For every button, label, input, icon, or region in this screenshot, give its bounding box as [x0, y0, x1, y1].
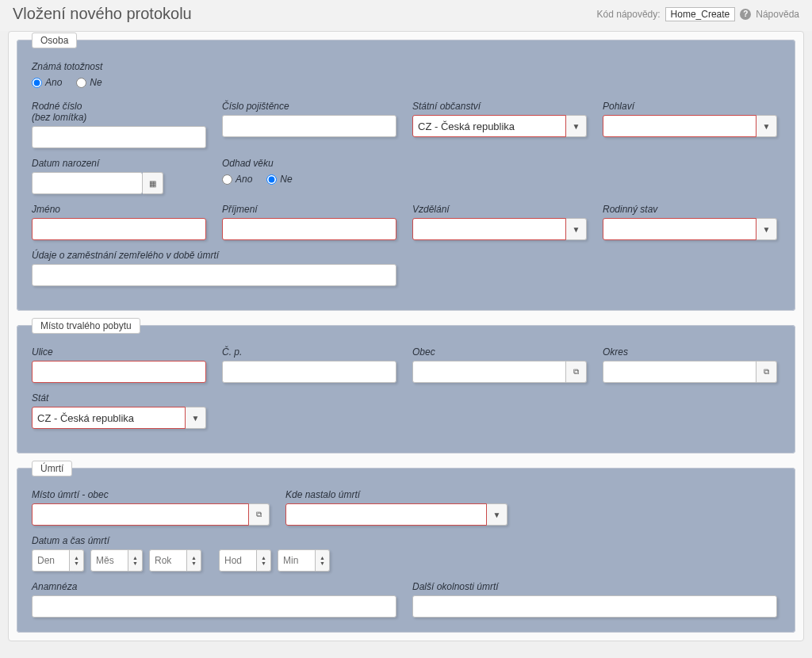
chevron-down-icon[interactable]: ▼ [756, 115, 777, 137]
jmeno-input[interactable] [32, 218, 206, 240]
spinner-buttons[interactable]: ▲▼ [128, 549, 143, 572]
stat-label: Stát [32, 392, 206, 404]
vzdelani-select[interactable] [412, 218, 566, 240]
pohlavi-label: Pohlaví [603, 101, 777, 112]
datum-narozeni-field: Datum narození ▦ [32, 158, 167, 194]
odhad-ne-radio[interactable] [266, 174, 277, 185]
okres-label: Okres [603, 346, 777, 358]
section-osoba: Osoba Známá totožnost Ano Ne Rodné číslo… [17, 40, 795, 311]
totoznost-ne-radio[interactable] [76, 78, 86, 88]
hod-spinner[interactable] [219, 549, 257, 572]
section-pobyt-legend: Místo trvalého pobytu [32, 318, 140, 334]
cp-input[interactable] [222, 361, 396, 383]
help-icon[interactable]: ? [740, 9, 751, 20]
pohlavi-field: Pohlaví ▼ [603, 101, 777, 148]
odhad-veku-label: Odhad věku [222, 158, 293, 169]
lookup-icon[interactable]: ⧉ [756, 361, 777, 383]
chevron-down-icon[interactable]: ▼ [756, 218, 777, 240]
chevron-down-icon[interactable]: ▼ [186, 407, 206, 429]
okres-field: Okres ⧉ [603, 346, 777, 383]
kde-nastalo-field: Kde nastalo úmrtí ▼ [285, 489, 508, 526]
odhad-ano-radio[interactable] [222, 174, 232, 185]
zamestnani-field: Údaje o zaměstnání zemřelého v době úmrt… [32, 250, 396, 286]
odhad-ne[interactable]: Ne [266, 174, 292, 185]
znama-totoznost-label: Známá totožnost [32, 61, 780, 72]
misto-umrti-obec-input[interactable] [32, 503, 249, 526]
cislo-pojistence-input[interactable] [222, 115, 396, 137]
vzdelani-field: Vzdělání ▼ [412, 204, 587, 240]
kde-nastalo-select[interactable] [285, 503, 487, 526]
chevron-down-icon[interactable]: ▼ [566, 115, 587, 137]
rodne-cislo-label: Rodné číslo (bez lomítka) [32, 101, 206, 123]
anamneza-input[interactable] [32, 595, 396, 618]
totoznost-ano[interactable]: Ano [32, 77, 62, 88]
lookup-icon[interactable]: ⧉ [249, 503, 270, 526]
totoznost-ano-radio[interactable] [32, 78, 42, 88]
stat-select[interactable]: CZ - Česká republika [32, 407, 186, 429]
section-umrti: Úmrtí Místo úmrtí - obec ⧉ Kde nastalo ú… [17, 468, 795, 633]
anamneza-label: Anamnéza [32, 581, 396, 592]
zamestnani-label: Údaje o zaměstnání zemřelého v době úmrt… [32, 250, 396, 261]
min-spinner[interactable] [278, 549, 316, 572]
lookup-icon[interactable]: ⧉ [566, 361, 587, 383]
chevron-down-icon[interactable]: ▼ [566, 218, 587, 240]
stat-field: Stát CZ - Česká republika ▼ [32, 392, 206, 429]
pohlavi-select[interactable] [603, 115, 756, 137]
zamestnani-input[interactable] [32, 264, 396, 286]
misto-umrti-obec-field: Místo úmrtí - obec ⧉ [32, 489, 270, 526]
ulice-label: Ulice [32, 346, 206, 358]
help-code-label: Kód nápovědy: [597, 9, 661, 20]
help-link[interactable]: Nápověda [756, 9, 799, 20]
anamneza-field: Anamnéza [32, 581, 396, 618]
obec-field: Obec ⧉ [412, 346, 587, 383]
obec-input[interactable] [412, 361, 566, 383]
kde-nastalo-label: Kde nastalo úmrtí [285, 489, 508, 500]
prijmeni-label: Příjmení [222, 204, 396, 215]
dalsi-okolnosti-field: Další okolnosti úmrtí [412, 581, 777, 618]
okres-input[interactable] [603, 361, 756, 383]
datum-narozeni-label: Datum narození [32, 158, 167, 169]
cislo-pojistence-field: Číslo pojištěnce [222, 101, 396, 148]
ulice-input[interactable] [32, 361, 206, 383]
datum-cas-umrti-group: Datum a čas úmrtí ▲▼ ▲▼ ▲▼ ▲▼ ▲▼ [32, 535, 780, 572]
totoznost-ne[interactable]: Ne [76, 77, 102, 88]
ulice-field: Ulice [32, 346, 206, 383]
datum-narozeni-input[interactable] [32, 172, 143, 194]
znama-totoznost-group: Známá totožnost Ano Ne [32, 61, 780, 91]
mes-spinner[interactable] [90, 549, 128, 572]
rodinny-stav-select[interactable] [603, 218, 756, 240]
spinner-buttons[interactable]: ▲▼ [187, 549, 201, 572]
rodinny-stav-label: Rodinný stav [603, 204, 777, 215]
cislo-pojistence-label: Číslo pojištěnce [222, 101, 396, 112]
chevron-down-icon[interactable]: ▼ [487, 503, 508, 526]
spinner-buttons[interactable]: ▲▼ [70, 549, 84, 572]
rodinny-stav-field: Rodinný stav ▼ [603, 204, 777, 240]
datum-cas-umrti-label: Datum a čas úmrtí [32, 535, 780, 546]
jmeno-field: Jméno [32, 204, 206, 240]
statni-obcanstvi-select[interactable]: CZ - Česká republika [412, 115, 566, 137]
page-header: Vložení nového protokolu Kód nápovědy: H… [0, 0, 812, 31]
obec-label: Obec [412, 346, 587, 358]
section-osoba-legend: Osoba [32, 33, 77, 48]
section-umrti-legend: Úmrtí [32, 461, 72, 476]
misto-umrti-obec-label: Místo úmrtí - obec [32, 489, 270, 500]
form-outer: Osoba Známá totožnost Ano Ne Rodné číslo… [8, 31, 804, 641]
prijmeni-input[interactable] [222, 218, 396, 240]
rok-spinner[interactable] [149, 549, 187, 572]
dalsi-okolnosti-label: Další okolnosti úmrtí [412, 581, 777, 592]
jmeno-label: Jméno [32, 204, 206, 215]
vzdelani-label: Vzdělání [412, 204, 587, 215]
prijmeni-field: Příjmení [222, 204, 396, 240]
rodne-cislo-field: Rodné číslo (bez lomítka) [32, 101, 206, 148]
calendar-icon[interactable]: ▦ [143, 172, 163, 194]
spinner-buttons[interactable]: ▲▼ [316, 549, 330, 572]
help-area: Kód nápovědy: Home_Create ? Nápověda [597, 7, 799, 21]
den-spinner[interactable] [32, 549, 70, 572]
rodne-cislo-input[interactable] [32, 126, 206, 148]
statni-obcanstvi-field: Státní občanství CZ - Česká republika ▼ [412, 101, 587, 148]
odhad-ano[interactable]: Ano [222, 174, 252, 185]
cp-label: Č. p. [222, 346, 396, 358]
spinner-buttons[interactable]: ▲▼ [257, 549, 271, 572]
dalsi-okolnosti-input[interactable] [412, 595, 777, 618]
help-code-box: Home_Create [665, 7, 736, 21]
